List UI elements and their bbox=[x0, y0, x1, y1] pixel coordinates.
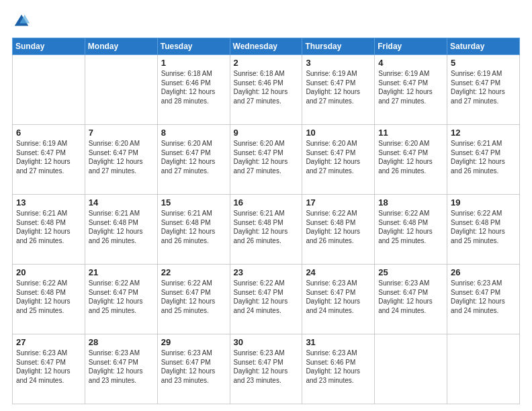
day-info: Sunrise: 6:23 AMSunset: 6:46 PMDaylight:… bbox=[306, 349, 371, 385]
day-number: 10 bbox=[306, 128, 371, 138]
day-number: 16 bbox=[234, 197, 299, 208]
calendar-cell bbox=[447, 334, 520, 404]
weekday-header-saturday: Saturday bbox=[447, 38, 520, 55]
calendar-cell: 10Sunrise: 6:20 AMSunset: 6:47 PMDayligh… bbox=[302, 125, 375, 195]
day-number: 29 bbox=[161, 337, 226, 347]
day-info: Sunrise: 6:19 AMSunset: 6:47 PMDaylight:… bbox=[378, 69, 443, 105]
day-number: 2 bbox=[234, 58, 299, 68]
day-number: 28 bbox=[89, 337, 154, 347]
weekday-header-tuesday: Tuesday bbox=[157, 38, 230, 55]
day-number: 11 bbox=[378, 128, 443, 138]
weekday-header-sunday: Sunday bbox=[13, 38, 85, 55]
calendar-week-row: 6Sunrise: 6:19 AMSunset: 6:47 PMDaylight… bbox=[13, 125, 520, 195]
calendar-cell: 24Sunrise: 6:23 AMSunset: 6:47 PMDayligh… bbox=[302, 265, 375, 334]
calendar-cell: 15Sunrise: 6:21 AMSunset: 6:48 PMDayligh… bbox=[157, 195, 230, 265]
calendar-cell: 12Sunrise: 6:21 AMSunset: 6:47 PMDayligh… bbox=[447, 125, 520, 195]
calendar-header-row: SundayMondayTuesdayWednesdayThursdayFrid… bbox=[13, 38, 520, 55]
day-info: Sunrise: 6:21 AMSunset: 6:48 PMDaylight:… bbox=[234, 209, 299, 245]
calendar-cell: 25Sunrise: 6:23 AMSunset: 6:47 PMDayligh… bbox=[375, 265, 447, 334]
calendar-cell: 22Sunrise: 6:22 AMSunset: 6:47 PMDayligh… bbox=[157, 265, 230, 334]
calendar-cell: 27Sunrise: 6:23 AMSunset: 6:47 PMDayligh… bbox=[13, 334, 85, 404]
day-number: 21 bbox=[89, 267, 154, 277]
day-info: Sunrise: 6:20 AMSunset: 6:47 PMDaylight:… bbox=[378, 139, 443, 175]
calendar-cell: 28Sunrise: 6:23 AMSunset: 6:47 PMDayligh… bbox=[85, 334, 157, 404]
day-info: Sunrise: 6:21 AMSunset: 6:47 PMDaylight:… bbox=[451, 139, 516, 175]
day-info: Sunrise: 6:21 AMSunset: 6:48 PMDaylight:… bbox=[89, 209, 154, 245]
day-info: Sunrise: 6:19 AMSunset: 6:47 PMDaylight:… bbox=[306, 69, 371, 105]
day-info: Sunrise: 6:23 AMSunset: 6:47 PMDaylight:… bbox=[16, 349, 81, 385]
calendar-cell: 6Sunrise: 6:19 AMSunset: 6:47 PMDaylight… bbox=[13, 125, 85, 195]
day-number: 8 bbox=[161, 128, 226, 138]
day-info: Sunrise: 6:21 AMSunset: 6:48 PMDaylight:… bbox=[161, 209, 226, 245]
calendar-cell: 29Sunrise: 6:23 AMSunset: 6:47 PMDayligh… bbox=[157, 334, 230, 404]
header bbox=[12, 12, 520, 31]
day-info: Sunrise: 6:18 AMSunset: 6:46 PMDaylight:… bbox=[161, 69, 226, 105]
day-info: Sunrise: 6:23 AMSunset: 6:47 PMDaylight:… bbox=[451, 279, 516, 315]
day-number: 12 bbox=[451, 128, 516, 138]
calendar-week-row: 1Sunrise: 6:18 AMSunset: 6:46 PMDaylight… bbox=[13, 55, 520, 125]
day-info: Sunrise: 6:23 AMSunset: 6:47 PMDaylight:… bbox=[89, 349, 154, 385]
day-info: Sunrise: 6:20 AMSunset: 6:47 PMDaylight:… bbox=[306, 139, 371, 175]
day-number: 30 bbox=[234, 337, 299, 347]
day-number: 6 bbox=[16, 128, 81, 138]
calendar-cell: 3Sunrise: 6:19 AMSunset: 6:47 PMDaylight… bbox=[302, 55, 375, 125]
day-number: 1 bbox=[161, 58, 226, 68]
day-number: 15 bbox=[161, 197, 226, 208]
day-info: Sunrise: 6:22 AMSunset: 6:47 PMDaylight:… bbox=[89, 279, 154, 315]
day-info: Sunrise: 6:23 AMSunset: 6:47 PMDaylight:… bbox=[306, 279, 371, 315]
day-number: 17 bbox=[306, 197, 371, 208]
day-number: 20 bbox=[16, 267, 81, 277]
calendar-cell: 5Sunrise: 6:19 AMSunset: 6:47 PMDaylight… bbox=[447, 55, 520, 125]
day-number: 9 bbox=[234, 128, 299, 138]
day-number: 19 bbox=[451, 197, 516, 208]
calendar-cell: 19Sunrise: 6:22 AMSunset: 6:48 PMDayligh… bbox=[447, 195, 520, 265]
calendar-cell: 30Sunrise: 6:23 AMSunset: 6:47 PMDayligh… bbox=[230, 334, 302, 404]
day-info: Sunrise: 6:23 AMSunset: 6:47 PMDaylight:… bbox=[234, 349, 299, 385]
day-number: 25 bbox=[378, 267, 443, 277]
day-info: Sunrise: 6:19 AMSunset: 6:47 PMDaylight:… bbox=[451, 69, 516, 105]
calendar-cell: 8Sunrise: 6:20 AMSunset: 6:47 PMDaylight… bbox=[157, 125, 230, 195]
day-number: 24 bbox=[306, 267, 371, 277]
calendar-cell: 4Sunrise: 6:19 AMSunset: 6:47 PMDaylight… bbox=[375, 55, 447, 125]
weekday-header-friday: Friday bbox=[375, 38, 447, 55]
day-number: 27 bbox=[16, 337, 81, 347]
day-info: Sunrise: 6:22 AMSunset: 6:47 PMDaylight:… bbox=[234, 279, 299, 315]
day-number: 14 bbox=[89, 197, 154, 208]
day-info: Sunrise: 6:18 AMSunset: 6:46 PMDaylight:… bbox=[234, 69, 299, 105]
day-number: 23 bbox=[234, 267, 299, 277]
calendar-cell: 7Sunrise: 6:20 AMSunset: 6:47 PMDaylight… bbox=[85, 125, 157, 195]
calendar-cell: 17Sunrise: 6:22 AMSunset: 6:48 PMDayligh… bbox=[302, 195, 375, 265]
calendar-cell bbox=[375, 334, 447, 404]
weekday-header-wednesday: Wednesday bbox=[230, 38, 302, 55]
calendar-cell: 1Sunrise: 6:18 AMSunset: 6:46 PMDaylight… bbox=[157, 55, 230, 125]
calendar-week-row: 27Sunrise: 6:23 AMSunset: 6:47 PMDayligh… bbox=[13, 334, 520, 404]
day-info: Sunrise: 6:21 AMSunset: 6:48 PMDaylight:… bbox=[16, 209, 81, 245]
day-number: 3 bbox=[306, 58, 371, 68]
calendar-cell: 18Sunrise: 6:22 AMSunset: 6:48 PMDayligh… bbox=[375, 195, 447, 265]
calendar-week-row: 20Sunrise: 6:22 AMSunset: 6:48 PMDayligh… bbox=[13, 265, 520, 334]
weekday-header-thursday: Thursday bbox=[302, 38, 375, 55]
calendar-cell: 11Sunrise: 6:20 AMSunset: 6:47 PMDayligh… bbox=[375, 125, 447, 195]
calendar-cell: 26Sunrise: 6:23 AMSunset: 6:47 PMDayligh… bbox=[447, 265, 520, 334]
day-info: Sunrise: 6:20 AMSunset: 6:47 PMDaylight:… bbox=[234, 139, 299, 175]
calendar-cell: 14Sunrise: 6:21 AMSunset: 6:48 PMDayligh… bbox=[85, 195, 157, 265]
calendar-cell: 21Sunrise: 6:22 AMSunset: 6:47 PMDayligh… bbox=[85, 265, 157, 334]
day-info: Sunrise: 6:22 AMSunset: 6:48 PMDaylight:… bbox=[451, 209, 516, 245]
day-number: 22 bbox=[161, 267, 226, 277]
logo-icon bbox=[12, 12, 31, 31]
day-number: 13 bbox=[16, 197, 81, 208]
day-number: 7 bbox=[89, 128, 154, 138]
weekday-header-monday: Monday bbox=[85, 38, 157, 55]
day-info: Sunrise: 6:22 AMSunset: 6:48 PMDaylight:… bbox=[378, 209, 443, 245]
day-info: Sunrise: 6:23 AMSunset: 6:47 PMDaylight:… bbox=[161, 349, 226, 385]
calendar-cell: 23Sunrise: 6:22 AMSunset: 6:47 PMDayligh… bbox=[230, 265, 302, 334]
day-number: 5 bbox=[451, 58, 516, 68]
day-info: Sunrise: 6:20 AMSunset: 6:47 PMDaylight:… bbox=[161, 139, 226, 175]
calendar-cell bbox=[85, 55, 157, 125]
calendar-table: SundayMondayTuesdayWednesdayThursdayFrid… bbox=[12, 38, 520, 404]
page: SundayMondayTuesdayWednesdayThursdayFrid… bbox=[0, 0, 532, 411]
day-info: Sunrise: 6:22 AMSunset: 6:47 PMDaylight:… bbox=[161, 279, 226, 315]
calendar-week-row: 13Sunrise: 6:21 AMSunset: 6:48 PMDayligh… bbox=[13, 195, 520, 265]
day-info: Sunrise: 6:19 AMSunset: 6:47 PMDaylight:… bbox=[16, 139, 81, 175]
day-number: 26 bbox=[451, 267, 516, 277]
